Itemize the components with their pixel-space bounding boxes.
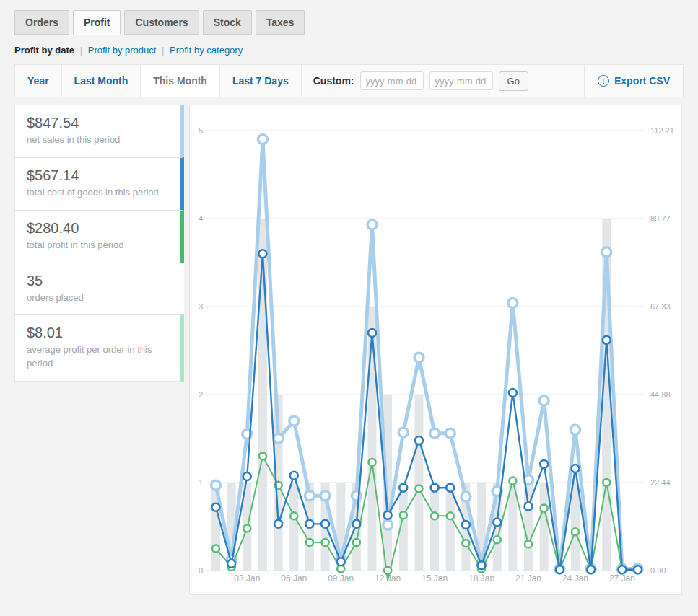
range-last-month[interactable]: Last Month — [62, 65, 141, 97]
svg-text:0: 0 — [199, 566, 203, 575]
stat-caption: net sales in this period — [27, 133, 169, 147]
tab-orders[interactable]: Orders — [14, 10, 69, 35]
tab-stock[interactable]: Stock — [203, 10, 252, 35]
range-year[interactable]: Year — [15, 65, 62, 97]
subnav-profit-by-category[interactable]: Profit by category — [170, 45, 243, 56]
svg-text:3: 3 — [199, 302, 203, 311]
stat-caption: orders placed — [27, 291, 169, 305]
svg-text:0.00: 0.00 — [650, 566, 666, 575]
stat-caption: total cost of goods in this period — [27, 186, 169, 200]
subnav-separator: | — [80, 45, 82, 56]
tab-profit[interactable]: Profit — [73, 10, 121, 35]
range-last-7-days[interactable]: Last 7 Days — [220, 65, 302, 97]
go-button[interactable]: Go — [499, 71, 528, 91]
report-content: $847.54 net sales in this period $567.14… — [14, 105, 684, 595]
stat-average-profit[interactable]: $8.01 average profit per order in this p… — [14, 314, 184, 382]
subnav-profit-by-date: Profit by date — [14, 45, 74, 56]
svg-text:2: 2 — [199, 390, 203, 399]
svg-text:112.21: 112.21 — [650, 126, 674, 135]
date-from-input[interactable] — [360, 71, 424, 90]
svg-text:03 Jan: 03 Jan — [234, 573, 260, 584]
range-this-month[interactable]: This Month — [141, 65, 220, 97]
svg-text:15 Jan: 15 Jan — [422, 573, 448, 584]
export-csv-button[interactable]: ↓ Export CSV — [584, 65, 683, 97]
date-to-input[interactable] — [429, 71, 493, 90]
svg-text:24 Jan: 24 Jan — [562, 573, 588, 584]
subnav-separator: | — [162, 45, 164, 56]
stat-value: 35 — [27, 273, 169, 289]
svg-text:09 Jan: 09 Jan — [328, 573, 354, 584]
stat-net-sales[interactable]: $847.54 net sales in this period — [14, 105, 184, 157]
tab-customers[interactable]: Customers — [124, 10, 199, 35]
stat-caption: average profit per order in this period — [27, 343, 169, 371]
svg-text:67.33: 67.33 — [650, 302, 671, 311]
profit-report-page: Orders Profit Customers Stock Taxes Prof… — [0, 0, 698, 595]
stat-cost-of-goods[interactable]: $567.14 total cost of goods in this peri… — [14, 157, 184, 210]
export-csv-label: Export CSV — [614, 75, 670, 87]
profit-chart-card: 00.00122.44244.88367.33489.775112.2103 J… — [189, 105, 682, 595]
svg-text:5: 5 — [199, 126, 203, 135]
report-tabs: Orders Profit Customers Stock Taxes — [14, 10, 684, 35]
svg-text:27 Jan: 27 Jan — [609, 573, 635, 584]
svg-text:4: 4 — [199, 214, 203, 223]
stat-value: $280.40 — [27, 220, 169, 237]
svg-text:22.44: 22.44 — [650, 478, 671, 487]
svg-text:06 Jan: 06 Jan — [281, 573, 307, 584]
report-subnav: Profit by date | Profit by product | Pro… — [14, 35, 684, 64]
date-range-toolbar: Year Last Month This Month Last 7 Days C… — [14, 64, 684, 97]
stat-value: $847.54 — [27, 115, 169, 131]
profit-by-date-chart: 00.00122.44244.88367.33489.775112.2103 J… — [190, 105, 681, 594]
svg-text:1: 1 — [199, 478, 203, 487]
stats-sidebar: $847.54 net sales in this period $567.14… — [14, 105, 184, 382]
custom-range-label: Custom: — [313, 75, 354, 87]
stat-total-profit[interactable]: $280.40 total profit in this period — [14, 210, 184, 263]
svg-text:21 Jan: 21 Jan — [515, 573, 541, 584]
custom-range-section: Custom: Go — [302, 65, 584, 97]
stat-orders-placed[interactable]: 35 orders placed — [14, 263, 184, 315]
svg-text:18 Jan: 18 Jan — [468, 573, 494, 584]
download-icon: ↓ — [598, 75, 609, 87]
svg-text:89.77: 89.77 — [650, 214, 671, 223]
stat-value: $8.01 — [27, 325, 169, 341]
tab-taxes[interactable]: Taxes — [256, 10, 305, 35]
stat-caption: total profit in this period — [27, 239, 169, 252]
subnav-profit-by-product[interactable]: Profit by product — [88, 45, 157, 56]
svg-text:44.88: 44.88 — [650, 390, 671, 399]
stat-value: $567.14 — [27, 167, 169, 184]
